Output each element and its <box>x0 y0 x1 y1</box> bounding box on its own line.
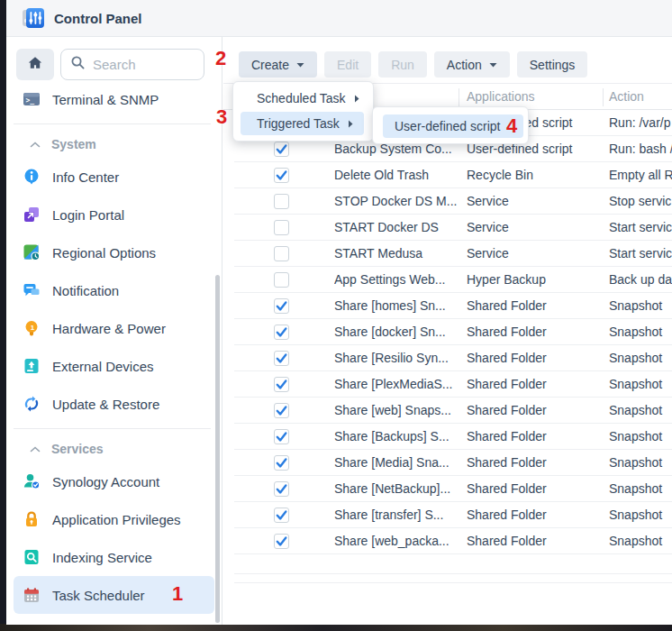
cell-action: Snapshot <box>609 481 672 496</box>
home-button[interactable] <box>16 49 54 80</box>
edit-button[interactable]: Edit <box>324 51 371 78</box>
row-checkbox[interactable] <box>274 377 289 392</box>
search-box[interactable] <box>60 49 204 80</box>
sidebar-section-services[interactable]: Services <box>6 435 222 462</box>
row-checkbox[interactable] <box>274 508 289 523</box>
table-row[interactable]: Share [web_packa... Shared Folder Snapsh… <box>223 528 672 554</box>
sidebar-section-system[interactable]: System <box>6 131 222 158</box>
task-scheduler-icon <box>23 586 41 604</box>
table-row[interactable]: Share [web] Snaps... Shared Folder Snaps… <box>223 398 672 424</box>
row-checkbox[interactable] <box>274 246 289 261</box>
toolbar: CreateEditRunActionSettings <box>239 51 587 78</box>
row-checkbox[interactable] <box>274 142 289 157</box>
sidebar-item-task-scheduler[interactable]: Task Scheduler <box>14 576 214 614</box>
table-row[interactable]: Delete Old Trash Recycle Bin Empty all R <box>223 162 672 188</box>
sidebar-item-label: External Devices <box>52 359 154 374</box>
cell-application: Recycle Bin <box>467 168 602 182</box>
row-checkbox[interactable] <box>274 481 289 497</box>
table-row[interactable]: Share [homes] Sn... Shared Folder Snapsh… <box>223 293 672 319</box>
sidebar-item-synology-account[interactable]: Synology Account <box>14 462 214 500</box>
hardware-power-icon: 1 <box>23 319 41 337</box>
cell-action: Snapshot <box>609 534 672 548</box>
sidebar-scrollbar[interactable] <box>215 275 220 623</box>
row-checkbox[interactable] <box>274 272 289 288</box>
table-row[interactable]: Share [docker] Sn... Shared Folder Snaps… <box>223 319 672 345</box>
cell-action: Snapshot <box>609 298 672 313</box>
action-button[interactable]: Action <box>434 51 510 78</box>
sidebar-item-indexing-service[interactable]: Indexing Service <box>14 538 214 576</box>
cell-name: Share [docker] Sn... <box>334 325 460 339</box>
cell-name: Share [homes] Sn... <box>334 298 460 313</box>
table-row[interactable]: Share [Media] Sna... Shared Folder Snaps… <box>223 450 672 476</box>
sidebar-item-notification[interactable]: Notification <box>14 271 214 309</box>
row-checkbox[interactable] <box>274 298 289 314</box>
sidebar-item-application-privileges[interactable]: Application Privileges <box>14 500 214 538</box>
create-button[interactable]: Create <box>239 51 317 78</box>
cell-name: START Docker DS <box>334 220 460 234</box>
row-checkbox[interactable] <box>274 534 289 549</box>
table-row[interactable]: Share [PlexMediaS... Shared Folder Snaps… <box>223 371 672 398</box>
svg-text:>_: >_ <box>26 96 35 105</box>
sidebar-item-info-center[interactable]: Info Center <box>14 158 214 196</box>
table-row[interactable]: App Settings Web... Hyper Backup Back up… <box>223 267 672 293</box>
cell-action: Empty all R <box>609 168 672 182</box>
cell-action: Snapshot <box>609 325 672 339</box>
table-row[interactable]: Share [Resilio Syn... Shared Folder Snap… <box>223 345 672 371</box>
column-header-applications[interactable]: Applications <box>467 89 535 104</box>
settings-button[interactable]: Settings <box>517 51 588 78</box>
sidebar-item-hardware-power[interactable]: 1 Hardware & Power <box>14 309 214 347</box>
info-icon <box>23 168 41 186</box>
cell-application: Shared Folder <box>467 481 602 496</box>
menu-item-triggered-task[interactable]: Triggered Task <box>241 112 364 135</box>
row-separator <box>234 573 672 574</box>
row-checkbox[interactable] <box>274 168 289 183</box>
sidebar-item-label: Info Center <box>52 169 119 185</box>
row-checkbox[interactable] <box>274 455 289 471</box>
table-row[interactable]: START Docker DS Service Start servic <box>223 215 672 241</box>
control-panel-window: Control Panel >_ Terminal & SNMP System … <box>6 0 672 625</box>
table-body: User-defined script Run: /var/p Backup S… <box>223 110 672 554</box>
row-checkbox[interactable] <box>274 325 289 340</box>
row-checkbox[interactable] <box>274 220 289 235</box>
cell-name: Share [NetBackup]... <box>334 481 460 496</box>
row-separator <box>234 582 672 583</box>
table-row[interactable]: START Medusa Service Start servic <box>223 241 672 267</box>
submenu-item-user-defined-script[interactable]: User-defined script <box>383 114 523 138</box>
table-row[interactable]: Share [Backups] S... Shared Folder Snaps… <box>223 424 672 450</box>
sidebar-item-external-devices[interactable]: External Devices <box>14 347 214 385</box>
sidebar-item-terminal-snmp[interactable]: >_ Terminal & SNMP <box>14 80 214 118</box>
sidebar-top <box>6 37 222 80</box>
sidebar-item-label: Indexing Service <box>52 550 152 565</box>
sidebar-item-label: Update & Restore <box>52 397 159 412</box>
section-header-label: Services <box>51 442 104 456</box>
cell-name: App Settings Web... <box>334 272 460 287</box>
regional-options-icon <box>23 243 41 261</box>
row-checkbox[interactable] <box>274 403 289 418</box>
sidebar-item-update-restore[interactable]: Update & Restore <box>14 385 214 423</box>
caret-down-icon <box>489 62 497 68</box>
sidebar: >_ Terminal & SNMP System Info Center Lo… <box>6 37 222 625</box>
table-row[interactable]: Share [NetBackup]... Shared Folder Snaps… <box>223 476 672 502</box>
cell-name: Share [Backups] S... <box>334 429 460 444</box>
column-header-action[interactable]: Action <box>609 89 644 104</box>
cell-name: Delete Old Trash <box>334 168 460 182</box>
indexing-service-icon <box>23 548 41 566</box>
cell-action: Start servic <box>609 246 672 261</box>
table-row[interactable]: Share [transfer] S... Shared Folder Snap… <box>223 502 672 528</box>
cell-action: Snapshot <box>609 455 672 470</box>
sidebar-item-login-portal[interactable]: Login Portal <box>14 196 214 233</box>
cell-action: Run: /var/p <box>609 115 672 130</box>
desktop-background <box>0 624 672 631</box>
row-checkbox[interactable] <box>274 351 289 366</box>
menu-item-scheduled-task[interactable]: Scheduled Task <box>233 86 373 111</box>
run-button[interactable]: Run <box>378 51 427 78</box>
table-row[interactable]: STOP Docker DS M... Service Stop servic <box>223 188 672 215</box>
row-checkbox[interactable] <box>274 429 289 444</box>
sidebar-item-label: Notification <box>52 283 119 298</box>
search-input[interactable] <box>93 57 196 72</box>
cell-application: Shared Folder <box>467 377 602 391</box>
application-privileges-icon <box>23 510 41 528</box>
annotation-2: 2 <box>215 49 226 69</box>
row-checkbox[interactable] <box>274 194 289 209</box>
sidebar-item-regional-options[interactable]: Regional Options <box>14 233 214 271</box>
